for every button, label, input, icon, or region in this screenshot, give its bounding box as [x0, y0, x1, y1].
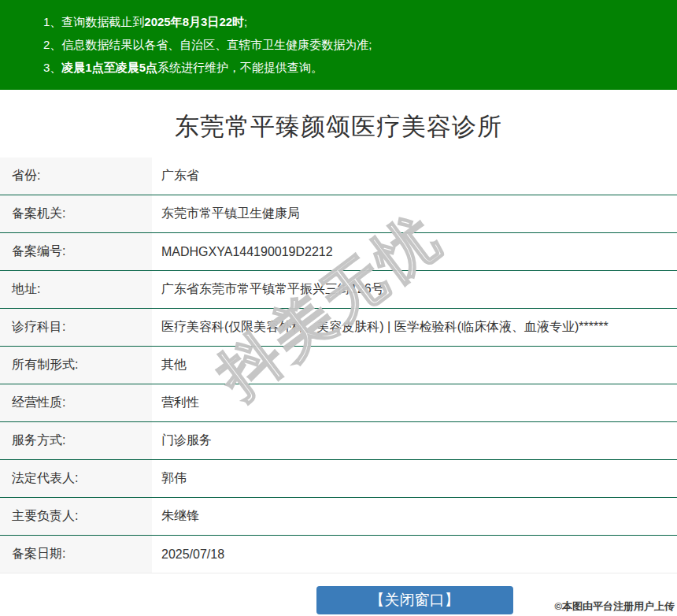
notice-text: 系统进行维护，不能提供查询。	[157, 61, 323, 74]
row-value: 其他	[152, 347, 677, 384]
table-row-province: 省份: 广东省	[0, 158, 677, 195]
notice-number: 2、	[43, 38, 61, 51]
row-label: 备案机关:	[0, 195, 152, 232]
row-value: 门诊服务	[152, 422, 677, 459]
table-row-person-in-charge: 主要负责人: 朱继锋	[0, 498, 677, 536]
notice-bold-text: 2025年8月3日22时	[144, 15, 244, 28]
row-value: 朱继锋	[152, 498, 677, 535]
table-row-filing-authority: 备案机关: 东莞市常平镇卫生健康局	[0, 195, 677, 233]
row-value: 2025/07/18	[152, 536, 677, 573]
table-row-filing-number: 备案编号: MADHGXYA144190019D2212	[0, 233, 677, 271]
row-label: 主要负责人:	[0, 498, 152, 535]
row-value: 广东省东莞市常平镇常平振兴三街126号	[152, 271, 677, 308]
notice-line-1: 1、查询数据截止到2025年8月3日22时;	[43, 10, 661, 33]
row-value: MADHGXYA144190019D2212	[152, 233, 677, 270]
row-value: 营利性	[152, 384, 677, 421]
notice-number: 3、	[43, 61, 61, 74]
row-label: 经营性质:	[0, 384, 152, 421]
notice-text: 查询数据截止到	[61, 15, 144, 28]
notice-line-2: 2、信息数据结果以各省、自治区、直辖市卫生健康委数据为准;	[43, 33, 661, 56]
row-label: 备案日期:	[0, 536, 152, 573]
notice-line-3: 3、凌晨1点至凌晨5点系统进行维护，不能提供查询。	[43, 56, 661, 79]
row-label: 地址:	[0, 271, 152, 308]
notice-number: 1、	[43, 15, 61, 28]
notice-text: ;	[244, 15, 247, 28]
table-row-legal-representative: 法定代表人: 郭伟	[0, 460, 677, 498]
table-row-address: 地址: 广东省东莞市常平镇常平振兴三街126号	[0, 271, 677, 309]
registration-info-table: 省份: 广东省 备案机关: 东莞市常平镇卫生健康局 备案编号: MADHGXYA…	[0, 158, 677, 573]
platform-upload-attribution: ©本图由平台注册用户上传	[554, 599, 675, 614]
page-title: 东莞常平臻颜颂医疗美容诊所	[0, 110, 677, 143]
close-window-button[interactable]: 【关闭窗口】	[316, 586, 513, 614]
row-value: 东莞市常平镇卫生健康局	[152, 195, 677, 232]
row-label: 诊疗科目:	[0, 309, 152, 346]
table-row-ownership-form: 所有制形式: 其他	[0, 347, 677, 384]
table-row-medical-subjects: 诊疗科目: 医疗美容科(仅限美容外科、美容皮肤科) | 医学检验科(临床体液、血…	[0, 309, 677, 347]
notice-bold-text: 凌晨1点至凌晨5点	[61, 61, 157, 74]
notice-banner: 1、查询数据截止到2025年8月3日22时; 2、信息数据结果以各省、自治区、直…	[0, 0, 677, 90]
table-row-business-nature: 经营性质: 营利性	[0, 384, 677, 422]
notice-text: 信息数据结果以各省、自治区、直辖市卫生健康委数据为准;	[61, 38, 372, 51]
row-label: 备案编号:	[0, 233, 152, 270]
row-value: 郭伟	[152, 460, 677, 497]
table-row-service-mode: 服务方式: 门诊服务	[0, 422, 677, 460]
row-value: 医疗美容科(仅限美容外科、美容皮肤科) | 医学检验科(临床体液、血液专业)**…	[152, 309, 677, 346]
row-value: 广东省	[152, 158, 677, 195]
row-label: 省份:	[0, 158, 152, 195]
table-row-filing-date: 备案日期: 2025/07/18	[0, 536, 677, 573]
row-label: 所有制形式:	[0, 347, 152, 384]
row-label: 服务方式:	[0, 422, 152, 459]
row-label: 法定代表人:	[0, 460, 152, 497]
